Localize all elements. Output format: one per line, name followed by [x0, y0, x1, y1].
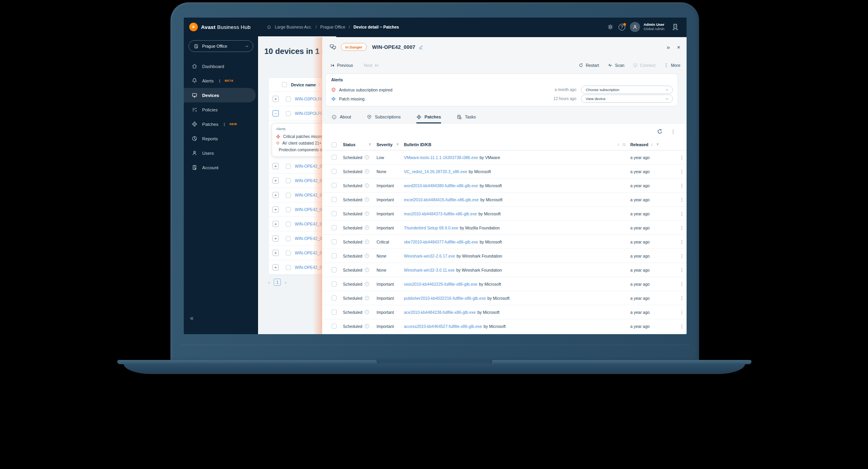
status-help-icon[interactable]: ?	[365, 183, 369, 188]
status-help-icon[interactable]: ?	[365, 197, 369, 202]
row-kebab-icon[interactable]: ⋮	[677, 169, 687, 174]
row-expander[interactable]: +	[273, 177, 279, 184]
row-kebab-icon[interactable]: ⋮	[677, 295, 687, 301]
breadcrumb-item[interactable]: Large Business Acc.	[275, 25, 312, 29]
bulletin-link[interactable]: publisher2010-kb4032216-fullfile-x86-glb…	[404, 296, 486, 301]
user-avatar[interactable]	[630, 18, 640, 36]
row-expander[interactable]: +	[273, 192, 279, 198]
row-expander[interactable]: −	[273, 110, 279, 116]
restart-button[interactable]: Restart	[579, 63, 599, 68]
next-page-icon[interactable]: ›	[285, 279, 286, 285]
row-kebab-icon[interactable]: ⋮	[677, 267, 687, 273]
row-expander[interactable]: +	[273, 206, 279, 213]
bulletin-link[interactable]: vbe72010-kb4484377-fullfile-x86-glb.exe	[404, 240, 478, 244]
status-column-label[interactable]: Status	[343, 142, 355, 147]
alert-action-select[interactable]: View device	[581, 95, 673, 103]
tab-patches[interactable]: Patches	[416, 111, 441, 124]
row-kebab-icon[interactable]: ⋮	[677, 310, 687, 315]
edit-pencil-icon[interactable]	[419, 45, 423, 49]
severity-filter-icon[interactable]	[396, 143, 400, 147]
released-filter-icon[interactable]	[656, 143, 660, 147]
row-checkbox[interactable]	[332, 295, 337, 301]
row-checkbox[interactable]	[286, 207, 291, 212]
sidebar-item-dashboard[interactable]: Dashboard	[184, 59, 256, 73]
sidebar-item-policies[interactable]: Policies	[184, 102, 256, 117]
org-selector[interactable]: Prague Office	[188, 40, 253, 52]
bulletin-link[interactable]: VC_redist_14.26.28720.3_x86.exe	[404, 169, 467, 174]
status-help-icon[interactable]: ?	[365, 226, 369, 230]
connect-button[interactable]: Connect	[633, 63, 655, 68]
refresh-icon[interactable]	[657, 129, 663, 134]
bulletin-column-label[interactable]: Bulletin ID/KB	[404, 142, 431, 147]
row-checkbox[interactable]	[286, 111, 291, 116]
row-checkbox[interactable]	[332, 169, 337, 174]
row-checkbox[interactable]	[332, 239, 337, 244]
row-checkbox[interactable]	[286, 97, 291, 102]
sort-icon[interactable]	[617, 143, 620, 147]
bulletin-link[interactable]: excel2010-kb4484415-fullfile-x86-glb.exe	[404, 197, 479, 202]
sidebar-item-reports[interactable]: Reports	[184, 131, 256, 146]
select-all-checkbox[interactable]	[332, 142, 337, 147]
sidebar-item-users[interactable]: Users	[184, 146, 256, 160]
avast-logo-icon[interactable]	[189, 23, 198, 31]
row-kebab-icon[interactable]: ⋮	[677, 155, 687, 160]
row-checkbox[interactable]	[286, 251, 291, 256]
row-checkbox[interactable]	[332, 155, 337, 160]
status-help-icon[interactable]: ?	[365, 296, 369, 300]
row-kebab-icon[interactable]: ⋮	[677, 281, 687, 287]
status-filter-icon[interactable]	[368, 143, 372, 147]
next-device-button[interactable]: Next	[364, 63, 379, 68]
sort-icon[interactable]	[650, 143, 654, 147]
row-kebab-icon[interactable]: ⋮	[677, 197, 687, 202]
status-help-icon[interactable]: ?	[365, 254, 369, 258]
breadcrumb-item[interactable]: Prague Office	[320, 25, 345, 29]
page-number[interactable]: 1	[274, 279, 281, 286]
bulletin-link[interactable]: word2010-kb4484380-fullfile-x86-glb.exe	[404, 183, 478, 188]
row-expander[interactable]: +	[273, 264, 279, 270]
status-help-icon[interactable]: ?	[365, 324, 369, 328]
status-help-icon[interactable]: ?	[365, 211, 369, 216]
row-checkbox[interactable]	[332, 211, 337, 216]
sidebar-item-alerts[interactable]: Alerts | BETA	[184, 73, 256, 88]
tab-tasks[interactable]: Tasks	[457, 111, 476, 124]
home-icon[interactable]	[267, 25, 271, 29]
bulletin-link[interactable]: access2010-kb4464527-fullfile-x86-glb.ex…	[404, 324, 482, 329]
scan-button[interactable]: Scan	[608, 63, 624, 68]
bulletin-link[interactable]: mso2010-kb4484373-fullfile-x86-glb.exe	[404, 211, 477, 216]
select-all-checkbox[interactable]	[282, 82, 287, 87]
row-expander[interactable]: +	[273, 96, 279, 102]
alert-action-select[interactable]: Choose subscription	[581, 86, 673, 94]
row-kebab-icon[interactable]: ⋮	[677, 225, 687, 231]
user-info[interactable]: Admin User Global Admin	[644, 18, 665, 36]
row-checkbox[interactable]	[332, 183, 337, 188]
status-help-icon[interactable]: ?	[365, 169, 369, 174]
bulletin-link[interactable]: visio2010-kb4462225-fullfile-x86-glb.exe	[404, 282, 477, 286]
settings-gear-icon[interactable]	[607, 18, 613, 36]
previous-device-button[interactable]: Previous	[330, 63, 353, 68]
row-kebab-icon[interactable]: ⋮	[677, 239, 687, 245]
collapse-panel-icon[interactable]: »	[667, 44, 670, 50]
row-checkbox[interactable]	[286, 222, 291, 227]
released-column-label[interactable]: Released	[630, 142, 648, 147]
tab-subscriptions[interactable]: Subscriptions	[367, 111, 401, 124]
row-expander[interactable]: +	[273, 250, 279, 256]
bulletin-link[interactable]: Wireshark-win32-3.0.11.exe	[404, 268, 455, 272]
status-help-icon[interactable]: ?	[365, 155, 369, 159]
row-checkbox[interactable]	[332, 324, 337, 329]
table-kebab-icon[interactable]: ⋮	[671, 129, 676, 134]
row-checkbox[interactable]	[332, 281, 337, 286]
close-icon[interactable]: ×	[677, 44, 680, 50]
status-help-icon[interactable]: ?	[365, 240, 369, 244]
row-checkbox[interactable]	[332, 267, 337, 272]
row-checkbox[interactable]	[286, 236, 291, 241]
row-kebab-icon[interactable]: ⋮	[677, 253, 687, 259]
more-button[interactable]: ⋮ More	[664, 63, 680, 68]
row-checkbox[interactable]	[286, 164, 291, 169]
row-checkbox[interactable]	[286, 178, 291, 183]
status-help-icon[interactable]: ?	[365, 282, 369, 286]
sidebar-collapse-icon[interactable]: «	[190, 315, 194, 322]
prev-page-icon[interactable]: ‹	[268, 279, 270, 285]
company-switcher-icon[interactable]	[672, 18, 679, 36]
row-kebab-icon[interactable]: ⋮	[677, 183, 687, 188]
severity-column-label[interactable]: Severity	[377, 142, 393, 147]
